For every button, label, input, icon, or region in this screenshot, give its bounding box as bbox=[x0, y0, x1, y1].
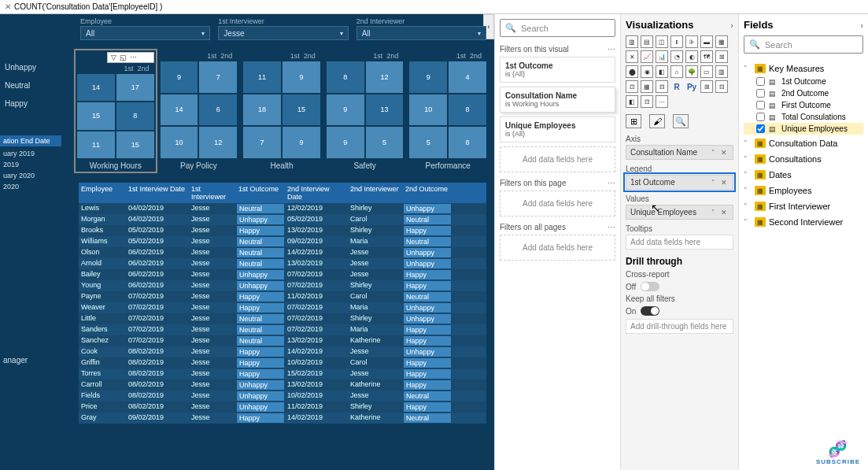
treemap-cell[interactable]: 9 bbox=[161, 61, 198, 93]
keep-filters-toggle[interactable] bbox=[641, 306, 659, 316]
table-row[interactable]: Cook08/02/2019JesseHappy14/02/2019JesseU… bbox=[79, 346, 486, 357]
subscribe-badge[interactable]: 🧬 SUBSCRIBE bbox=[816, 439, 860, 465]
viz-type-icon[interactable]: ⊪ bbox=[685, 35, 698, 48]
drillthrough-drop[interactable]: Add drill-through fields here bbox=[626, 319, 733, 334]
table-row[interactable]: Williams05/02/2019JesseNeutral09/02/2019… bbox=[79, 236, 486, 247]
field-table-header[interactable]: ˅▦First Interviewer bbox=[744, 199, 863, 213]
viz-type-icon[interactable]: ⊡ bbox=[641, 95, 653, 108]
chevron-right-icon[interactable]: › bbox=[730, 20, 733, 30]
treemap-cell[interactable]: 5 bbox=[409, 127, 447, 158]
legend-well[interactable]: 1st Outcome˅ ✕ bbox=[626, 175, 733, 190]
field-item[interactable]: ▤Total Consulations bbox=[744, 111, 863, 123]
treemap-cell[interactable]: 12 bbox=[199, 127, 237, 158]
viz-type-icon[interactable]: ▬ bbox=[700, 35, 713, 48]
viz-type-icon[interactable]: ◧ bbox=[656, 65, 668, 78]
viz-type-icon[interactable]: ◔ bbox=[670, 50, 683, 63]
report-canvas[interactable]: ‹ EmployeeAll1st InterviewerJesse2nd Int… bbox=[0, 14, 494, 470]
treemap-cell[interactable]: 6 bbox=[199, 94, 237, 126]
viz-type-icon[interactable]: ▦ bbox=[715, 35, 728, 48]
outcome-filter-item[interactable]: Unhappy bbox=[0, 58, 61, 76]
field-table-header[interactable]: ˅▦Key Measures bbox=[744, 61, 863, 76]
table-row[interactable]: Price08/02/2019JesseUnhappy11/02/2019Shi… bbox=[79, 402, 486, 413]
table-row[interactable]: Bailey06/02/2019JesseUnhappy07/02/2019Je… bbox=[79, 269, 486, 280]
viz-type-icon[interactable]: ▭ bbox=[700, 65, 713, 78]
treemap-cell[interactable]: 15 bbox=[116, 131, 154, 158]
fields-tab-icon[interactable]: ⊞ bbox=[626, 114, 641, 128]
filter-card[interactable]: Consultation Nameis Working Hours bbox=[500, 87, 615, 113]
treemap-cell[interactable]: 9 bbox=[409, 61, 447, 93]
outcome-filter-item[interactable]: Happy bbox=[0, 94, 61, 113]
table-row[interactable]: Morgan04/02/2019JesseUnhappy05/02/2019Ca… bbox=[79, 214, 486, 225]
analytics-tab-icon[interactable]: 🔍 bbox=[673, 114, 689, 128]
viz-type-icon[interactable]: ⊡ bbox=[626, 80, 638, 93]
field-table-header[interactable]: ˅▦Consultations bbox=[744, 152, 863, 166]
filter-icon[interactable]: ▽ bbox=[111, 54, 116, 61]
viz-type-icon[interactable]: ⋯ bbox=[656, 95, 668, 108]
field-checkbox[interactable] bbox=[756, 113, 765, 121]
viz-type-icon[interactable]: ⊞ bbox=[700, 80, 713, 93]
treemap-cell[interactable]: 11 bbox=[77, 131, 115, 158]
field-checkbox[interactable] bbox=[756, 89, 765, 98]
filter-search-input[interactable]: 🔍Search bbox=[500, 19, 615, 37]
viz-type-icon[interactable]: ◐ bbox=[685, 50, 698, 63]
field-checkbox[interactable] bbox=[756, 101, 765, 109]
treemap-cell[interactable]: 10 bbox=[409, 94, 447, 126]
expand-icon[interactable]: ˅ bbox=[744, 155, 752, 163]
expand-icon[interactable]: ˅ bbox=[744, 171, 752, 179]
fields-search-input[interactable]: 🔍Search bbox=[744, 35, 863, 54]
treemap-cell[interactable]: 8 bbox=[449, 94, 486, 126]
viz-type-icon[interactable]: ◫ bbox=[656, 35, 668, 48]
table-header-cell[interactable]: 2nd Interview Date bbox=[285, 183, 348, 203]
table-row[interactable]: Sanders07/02/2019JesseNeutral07/02/2019M… bbox=[79, 324, 486, 335]
chevron-right-icon[interactable]: › bbox=[860, 20, 863, 30]
expand-icon[interactable]: ˅ bbox=[744, 202, 752, 210]
expand-icon[interactable]: ˅ bbox=[744, 218, 752, 226]
table-row[interactable]: Weaver07/02/2019JesseHappy07/02/2019Mari… bbox=[79, 302, 486, 313]
treemap-visual[interactable]: 81291395 bbox=[327, 61, 404, 158]
table-row[interactable]: Brooks05/02/2019JesseHappy13/02/2019Shir… bbox=[79, 225, 486, 236]
table-row[interactable]: Olson06/02/2019JesseNeutral14/02/2019Jes… bbox=[79, 247, 486, 258]
more-icon[interactable]: ⋯ bbox=[130, 54, 137, 61]
treemap-cell[interactable]: 11 bbox=[243, 61, 281, 93]
viz-type-icon[interactable]: R bbox=[670, 80, 683, 93]
filter-card[interactable]: 1st Outcomeis (All) bbox=[500, 57, 615, 83]
date-filter-item[interactable]: uary 2019 bbox=[0, 148, 61, 159]
table-header-cell[interactable]: 1st Interviewer bbox=[189, 183, 236, 203]
viz-type-icon[interactable]: 🌳 bbox=[685, 65, 698, 78]
viz-type-icon[interactable]: ▥ bbox=[715, 65, 728, 78]
viz-type-icon[interactable]: 📈 bbox=[641, 50, 653, 63]
treemap-cell[interactable]: 9 bbox=[327, 127, 364, 158]
field-checkbox[interactable] bbox=[756, 77, 765, 86]
axis-well[interactable]: Consultation Name˅ ✕ bbox=[626, 145, 733, 160]
cross-report-toggle[interactable] bbox=[641, 282, 659, 291]
table-row[interactable]: Payne07/02/2019JesseHappy11/02/2019Carol… bbox=[79, 291, 486, 302]
treemap-cell[interactable]: 9 bbox=[283, 61, 320, 93]
table-header-row[interactable]: Employee1st Interview Date1st Interviewe… bbox=[79, 183, 486, 203]
slicer-dropdown[interactable]: Jesse bbox=[218, 26, 348, 40]
treemap-cell[interactable]: 15 bbox=[283, 94, 320, 126]
outcome-filter-item[interactable]: Neutral bbox=[0, 76, 61, 94]
treemap-visual[interactable]: 119181579 bbox=[243, 61, 320, 158]
treemap-visual[interactable]: 971461012 bbox=[161, 61, 238, 158]
field-table-header[interactable]: ˅▦Second Interviewer bbox=[744, 215, 863, 229]
more-icon[interactable]: ⋯ bbox=[608, 179, 615, 187]
treemap-cell[interactable]: 5 bbox=[366, 127, 404, 158]
table-row[interactable]: Sanchez07/02/2019JesseNeutral13/02/2019K… bbox=[79, 335, 486, 346]
treemap-cell[interactable]: 7 bbox=[199, 61, 237, 93]
viz-type-icon[interactable]: ✕ bbox=[626, 50, 638, 63]
date-filter-item[interactable]: 2020 bbox=[0, 181, 61, 192]
values-well[interactable]: Unique Employees˅ ✕ bbox=[626, 205, 733, 220]
viz-type-icon[interactable]: ◉ bbox=[641, 65, 653, 78]
viz-type-icon[interactable]: ⊟ bbox=[715, 80, 728, 93]
date-slicer-header[interactable]: ation End Date bbox=[0, 135, 61, 146]
filter-card[interactable]: Unique Employeesis (All) bbox=[500, 117, 615, 142]
slicer-dropdown[interactable]: All bbox=[80, 26, 210, 40]
visual-filter-drop[interactable]: Add data fields here bbox=[500, 146, 615, 172]
table-header-cell[interactable]: 1st Outcome bbox=[236, 183, 285, 203]
table-row[interactable]: Arnold06/02/2019JesseNeutral13/02/2019Je… bbox=[79, 258, 486, 269]
viz-type-icon[interactable]: ⬤ bbox=[626, 65, 638, 78]
table-row[interactable]: Griffin08/02/2019JesseHappy10/02/2019Car… bbox=[79, 357, 486, 368]
table-row[interactable]: Torres08/02/2019JesseHappy15/02/2019Jess… bbox=[79, 368, 486, 379]
well-actions[interactable]: ˅ ✕ bbox=[711, 209, 729, 216]
viz-type-icon[interactable]: ⊟ bbox=[656, 80, 668, 93]
